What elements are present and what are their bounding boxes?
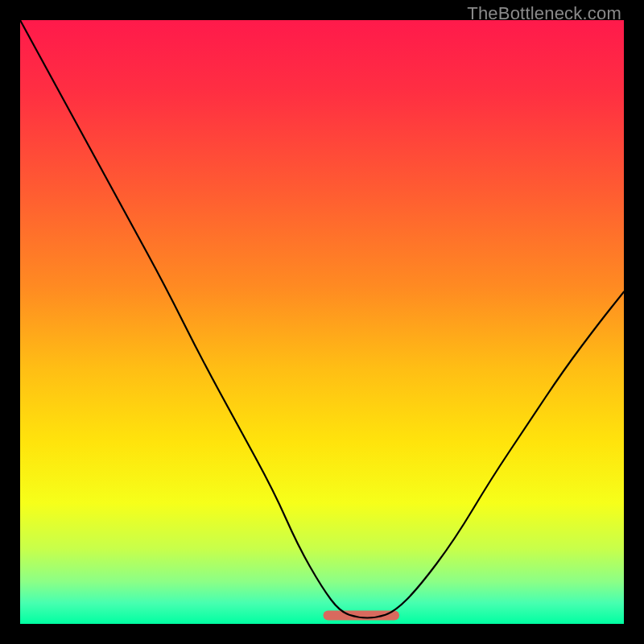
chart-frame: TheBottleneck.com (0, 0, 644, 644)
watermark-text: TheBottleneck.com (467, 3, 621, 24)
plot-area (20, 20, 624, 624)
curve-layer (20, 20, 624, 624)
bottleneck-curve (20, 20, 624, 618)
